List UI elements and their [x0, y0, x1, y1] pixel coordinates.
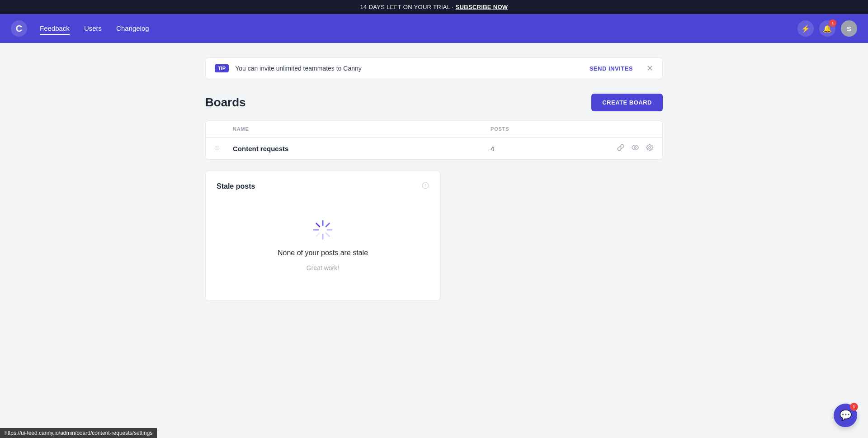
- stale-empty-subtitle: Great work!: [307, 264, 339, 271]
- trial-banner: 14 DAYS LEFT ON YOUR TRIAL · SUBSCRIBE N…: [0, 0, 868, 14]
- nav-link-users[interactable]: Users: [84, 23, 102, 35]
- tip-label: TIP: [215, 64, 229, 72]
- stale-empty-title: None of your posts are stale: [278, 249, 368, 257]
- board-actions: [581, 144, 653, 153]
- table-row: ⠿ Content requests 4: [206, 138, 662, 159]
- svg-point-1: [649, 147, 651, 148]
- create-board-button[interactable]: CREATE BOARD: [591, 94, 663, 111]
- notification-badge: 1: [829, 19, 836, 27]
- boards-header: Boards CREATE BOARD: [205, 94, 663, 111]
- settings-icon[interactable]: [646, 144, 653, 153]
- board-posts-count: 4: [491, 145, 581, 152]
- stale-spinner-icon: [311, 218, 335, 242]
- eye-icon[interactable]: [632, 144, 639, 153]
- logo[interactable]: C: [11, 20, 27, 37]
- svg-line-12: [316, 233, 320, 236]
- send-invites-link[interactable]: SEND INVITES: [590, 65, 633, 72]
- nav-link-feedback[interactable]: Feedback: [40, 23, 70, 35]
- notifications-icon-btn[interactable]: 🔔 1: [819, 20, 835, 37]
- avatar[interactable]: S: [841, 20, 857, 37]
- stale-empty-state: None of your posts are stale Great work!: [217, 209, 429, 290]
- info-icon[interactable]: [422, 182, 429, 191]
- lightning-icon-btn[interactable]: ⚡: [797, 20, 814, 37]
- table-header: NAME POSTS: [206, 121, 662, 138]
- drag-col-header: [215, 126, 233, 132]
- svg-line-10: [326, 233, 329, 236]
- svg-point-0: [634, 147, 636, 148]
- drag-handle-icon[interactable]: ⠿: [215, 145, 233, 152]
- boards-title: Boards: [205, 95, 246, 110]
- navbar: C Feedback Users Changelog ⚡ 🔔 1 S: [0, 14, 868, 43]
- nav-link-changelog[interactable]: Changelog: [116, 23, 149, 35]
- navbar-right: ⚡ 🔔 1 S: [797, 20, 857, 37]
- nav-links: Feedback Users Changelog: [40, 23, 797, 35]
- name-col-header: NAME: [233, 126, 491, 132]
- board-name: Content requests: [233, 145, 491, 152]
- link-icon[interactable]: [617, 144, 624, 153]
- posts-col-header: POSTS: [491, 126, 581, 132]
- tip-text: You can invite unlimited teammates to Ca…: [235, 65, 583, 72]
- svg-line-9: [316, 224, 320, 227]
- stale-posts-title: Stale posts: [217, 182, 255, 190]
- boards-table: NAME POSTS ⠿ Content requests 4: [205, 120, 663, 160]
- tip-close-button[interactable]: ✕: [646, 64, 653, 72]
- trial-banner-text: 14 DAYS LEFT ON YOUR TRIAL ·: [360, 4, 456, 10]
- tip-banner: TIP You can invite unlimited teammates t…: [205, 57, 663, 79]
- main-content: TIP You can invite unlimited teammates t…: [194, 43, 674, 315]
- actions-col-header: [581, 126, 653, 132]
- svg-line-11: [326, 224, 329, 227]
- subscribe-link[interactable]: SUBSCRIBE NOW: [456, 4, 508, 10]
- stale-posts-header: Stale posts: [217, 182, 429, 191]
- stale-posts-card: Stale posts None: [205, 171, 440, 301]
